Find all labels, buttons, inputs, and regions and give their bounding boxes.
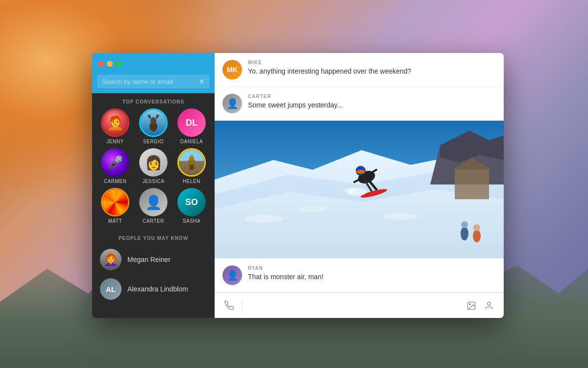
avatar-sasha: SO — [177, 188, 206, 216]
chat-messages: MK MIKE Yo. anything interesting happene… — [215, 53, 504, 292]
contact-name-sasha: SASHA — [183, 218, 200, 224]
message-carter: 👤 CARTER Some sweet jumps yesterday... — [215, 87, 504, 121]
contact-matt[interactable]: MATT — [98, 188, 132, 224]
svg-point-28 — [473, 224, 480, 231]
avatar-initials-alexandra: AL — [106, 285, 116, 293]
svg-point-17 — [356, 170, 365, 174]
svg-point-31 — [384, 213, 418, 220]
message-content-ryan: RYAN That is monster air, man! — [248, 265, 496, 282]
contact-name-helen: HELEN — [183, 179, 200, 184]
contact-carmen[interactable]: 🎤 CARMEN — [98, 148, 132, 184]
contact-name-jessica: JESSICA — [142, 179, 164, 184]
message-ryan: 👤 RYAN That is monster air, man! — [215, 258, 504, 292]
svg-point-24 — [343, 188, 355, 193]
search-clear-button[interactable]: ✕ — [199, 78, 205, 85]
svg-point-1 — [150, 117, 156, 124]
contact-jessica[interactable]: 👩 JESSICA — [136, 148, 171, 184]
avatar-matt — [101, 188, 129, 216]
avatar-megan: 👩‍🦰 — [100, 249, 122, 270]
svg-rect-4 — [190, 155, 193, 158]
avatar-sergio — [139, 108, 168, 137]
sender-carter: CARTER — [248, 94, 496, 99]
footer-divider — [242, 300, 243, 312]
text-ryan: That is monster air, man! — [248, 272, 496, 282]
contact-daniela[interactable]: DL DANIELA — [174, 108, 209, 144]
suggested-person-megan[interactable]: 👩‍🦰 Megan Reiner — [96, 245, 211, 274]
top-conversations-grid: 🧑‍🦰 JENNY — [92, 108, 215, 230]
contact-button[interactable] — [482, 299, 496, 313]
text-mike: Yo. anything interesting happened over t… — [248, 67, 496, 77]
person-name-alexandra: Alexandra Lindblom — [127, 285, 188, 293]
message-mike: MK MIKE Yo. anything interesting happene… — [215, 53, 504, 87]
contact-jenny[interactable]: 🧑‍🦰 JENNY — [98, 108, 132, 144]
avatar-initials-sasha: SO — [185, 197, 198, 208]
people-you-may-know-section: 👩‍🦰 Megan Reiner AL Alexandra Lindblom — [92, 245, 215, 318]
chat-footer — [215, 292, 504, 318]
svg-rect-12 — [455, 170, 489, 199]
phone-button[interactable] — [222, 299, 236, 313]
avatar-jessica: 👩 — [139, 148, 168, 177]
contact-name-carter: CARTER — [143, 218, 164, 224]
svg-point-25 — [461, 227, 468, 240]
svg-point-34 — [488, 302, 491, 305]
sender-mike: MIKE — [248, 60, 496, 65]
svg-point-33 — [469, 303, 471, 305]
search-input[interactable] — [102, 78, 199, 85]
sidebar: ✕ TOP CONVERSATIONS 🧑‍🦰 JENNY — [92, 53, 215, 318]
contact-sasha[interactable]: SO SASHA — [174, 188, 209, 224]
search-bar: ✕ — [92, 75, 215, 93]
avatar-alexandra: AL — [100, 278, 122, 300]
avatar-carmen: 🎤 — [101, 148, 129, 177]
svg-rect-6 — [192, 165, 194, 170]
avatar-carter: 👤 — [139, 188, 168, 216]
image-button[interactable] — [465, 299, 478, 313]
contact-carter[interactable]: 👤 CARTER — [136, 188, 171, 224]
contact-name-jenny: JENNY — [106, 139, 123, 144]
svg-point-27 — [473, 230, 481, 242]
svg-point-29 — [244, 215, 283, 223]
message-content-mike: MIKE Yo. anything interesting happened o… — [248, 60, 496, 77]
contact-name-sergio: SERGIO — [143, 139, 164, 144]
svg-rect-5 — [190, 165, 192, 170]
contact-helen[interactable]: HELEN — [174, 148, 209, 184]
avatar-initials-daniela: DL — [186, 118, 197, 128]
maximize-button[interactable] — [116, 61, 122, 67]
chat-panel: MK MIKE Yo. anything interesting happene… — [215, 53, 504, 318]
text-carter: Some sweet jumps yesterday... — [248, 101, 496, 110]
contact-name-daniela: DANIELA — [180, 139, 203, 144]
people-you-may-know-label: PEOPLE YOU MAY KNOW — [92, 230, 215, 245]
message-content-carter: CARTER Some sweet jumps yesterday... — [248, 94, 496, 110]
suggested-people-list: 👩‍🦰 Megan Reiner AL Alexandra Lindblom — [92, 245, 215, 304]
avatar-mike: MK — [222, 60, 242, 79]
avatar-daniela: DL — [177, 108, 206, 137]
close-button[interactable] — [98, 61, 104, 67]
person-name-megan: Megan Reiner — [127, 256, 171, 263]
title-bar — [92, 53, 215, 75]
avatar-ryan: 👤 — [222, 265, 242, 285]
svg-point-30 — [298, 206, 327, 212]
contact-name-matt: MATT — [108, 218, 122, 224]
avatar-jenny: 🧑‍🦰 — [101, 108, 129, 137]
contact-name-carmen: CARMEN — [104, 179, 126, 184]
chat-image-snowboard — [215, 121, 504, 258]
avatar-carter-chat: 👤 — [222, 94, 242, 113]
avatar-helen — [177, 148, 206, 177]
sender-ryan: RYAN — [248, 265, 496, 271]
top-conversations-label: TOP CONVERSATIONS — [92, 93, 215, 108]
minimize-button[interactable] — [107, 61, 113, 67]
app-window: ✕ TOP CONVERSATIONS 🧑‍🦰 JENNY — [92, 53, 504, 318]
svg-point-26 — [461, 221, 468, 228]
contact-sergio[interactable]: SERGIO — [136, 108, 171, 144]
suggested-person-alexandra[interactable]: AL Alexandra Lindblom — [96, 274, 211, 304]
